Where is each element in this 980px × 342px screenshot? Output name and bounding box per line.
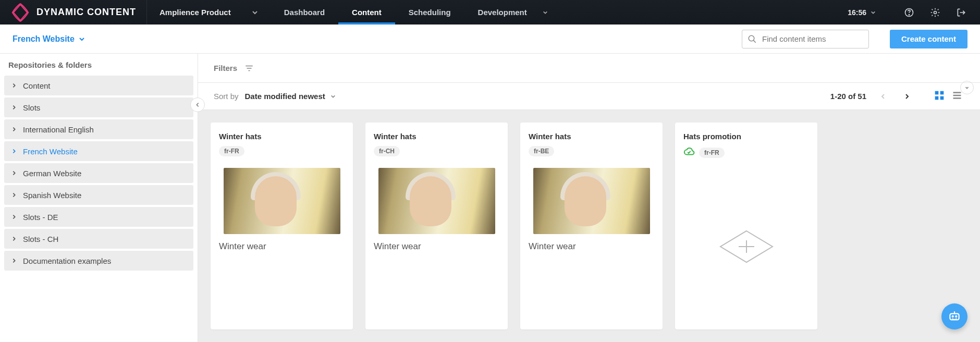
search-input[interactable] [761, 34, 855, 44]
svg-rect-9 [953, 94, 961, 96]
chevron-down-icon [871, 10, 876, 15]
svg-rect-8 [953, 92, 961, 93]
card-thumbnail [224, 168, 340, 234]
content-card[interactable]: Winter hatsfr-BEWinter wear [520, 123, 663, 329]
nav-item-dashboard[interactable]: Dashboard [271, 0, 338, 25]
card-locale-row: fr-BE [529, 146, 654, 156]
filters-button[interactable]: Filters [214, 64, 254, 73]
sidebar-item-label: Documentation examples [23, 256, 111, 265]
hub-selector[interactable]: Amplience Product [147, 8, 271, 17]
sidebar-item-german-website[interactable]: German Website [4, 163, 193, 183]
sort-value: Date modified newest [245, 92, 325, 101]
svg-point-2 [934, 11, 937, 14]
svg-rect-7 [940, 96, 944, 100]
svg-rect-5 [940, 91, 944, 94]
filters-label: Filters [214, 64, 237, 72]
chevron-down-icon [252, 9, 258, 16]
chevron-right-icon [11, 236, 17, 241]
chevron-right-icon [11, 127, 17, 132]
nav-item-development[interactable]: Development [464, 0, 574, 25]
sort-by-label: Sort by [214, 92, 239, 101]
card-title: Winter hats [529, 132, 654, 141]
pager-prev-button[interactable] [876, 89, 890, 104]
sidebar-item-spanish-website[interactable]: Spanish Website [4, 185, 193, 205]
svg-point-12 [952, 316, 953, 317]
card-description: Winter wear [219, 241, 345, 252]
create-content-button[interactable]: Create content [890, 30, 967, 48]
nav-item-label: Dashboard [284, 8, 325, 17]
svg-point-13 [956, 316, 957, 317]
cloud-check-icon [683, 146, 695, 160]
chevron-down-icon [543, 10, 548, 15]
content-card[interactable]: Winter hatsfr-CHWinter wear [365, 123, 508, 329]
sidebar-heading: Repositories & folders [0, 54, 198, 76]
sidebar-item-french-website[interactable]: French Website [4, 141, 193, 161]
card-thumbnail [533, 168, 650, 234]
view-toggle [934, 90, 964, 103]
locale-badge: fr-BE [529, 146, 554, 156]
search-icon [748, 34, 757, 44]
locale-badge: fr-FR [219, 146, 244, 156]
pager: 1-20 of 51 [830, 89, 964, 104]
card-title: Winter hats [374, 132, 499, 141]
brand-text: DYNAMIC CONTENT [36, 7, 136, 18]
chevron-right-icon [11, 214, 17, 219]
nav-item-label: Development [478, 8, 527, 17]
sidebar-item-label: Slots - DE [23, 213, 58, 222]
exit-icon[interactable] [953, 4, 970, 21]
sidebar-item-slots-de[interactable]: Slots - DE [4, 207, 193, 227]
content-card[interactable]: Winter hatsfr-FRWinter wear [211, 123, 353, 329]
sort-selector[interactable]: Date modified newest [245, 92, 336, 101]
nav-item-content[interactable]: Content [338, 0, 395, 25]
chevron-right-icon [11, 149, 17, 154]
repo-selector[interactable]: French Website [13, 34, 85, 44]
svg-point-3 [749, 35, 754, 41]
topbar: DYNAMIC CONTENT Amplience Product Dashbo… [0, 0, 980, 25]
grid-view-button[interactable] [934, 90, 947, 103]
sort-bar: Sort by Date modified newest 1-20 of 51 [198, 83, 980, 110]
main-nav: DashboardContentSchedulingDevelopment [271, 0, 574, 25]
chevron-right-icon [11, 170, 17, 176]
chatbot-button[interactable] [941, 303, 967, 329]
gear-icon[interactable] [927, 4, 944, 21]
chevron-down-icon [79, 36, 85, 42]
topbar-right: 16:56 [848, 4, 980, 21]
card-grid: Winter hatsfr-FRWinter wearWinter hatsfr… [198, 110, 980, 342]
chatbot-icon [948, 310, 961, 323]
expand-panel-button[interactable] [960, 81, 974, 94]
collapse-sidebar-button[interactable] [190, 97, 205, 112]
pager-next-button[interactable] [900, 89, 914, 104]
svg-rect-11 [950, 314, 959, 320]
nav-item-scheduling[interactable]: Scheduling [395, 0, 464, 25]
card-description: Winter wear [374, 241, 499, 252]
sidebar-item-slots[interactable]: Slots [4, 97, 193, 117]
main: Repositories & folders ContentSlotsInter… [0, 54, 980, 342]
card-locale-row: fr-FR [219, 146, 345, 156]
sidebar-item-label: Spanish Website [23, 191, 81, 200]
sidebar-list: ContentSlotsInternational EnglishFrench … [0, 76, 198, 271]
help-icon[interactable] [901, 4, 917, 21]
placeholder-icon [715, 226, 778, 267]
card-title: Hats promotion [683, 132, 809, 141]
locale-badge: fr-FR [699, 148, 725, 158]
hub-label: Amplience Product [160, 8, 231, 17]
search-input-wrap[interactable] [742, 30, 869, 48]
filters-bar: Filters [198, 54, 980, 83]
brand-logo-icon [10, 3, 30, 22]
chevron-right-icon [11, 105, 17, 110]
content-card[interactable]: Hats promotionfr-FR [675, 123, 817, 329]
sidebar-item-label: German Website [23, 169, 81, 178]
filter-icon [244, 64, 254, 73]
sidebar-item-international-english[interactable]: International English [4, 119, 193, 139]
card-locale-row: fr-CH [374, 146, 499, 156]
sidebar-item-label: International English [23, 125, 94, 134]
chevron-right-icon [11, 83, 17, 88]
nav-item-label: Content [352, 8, 382, 17]
locale-badge: fr-CH [374, 146, 400, 156]
content-area: Filters Sort by Date modified newest 1-2… [198, 54, 980, 342]
sidebar-item-documentation-examples[interactable]: Documentation examples [4, 251, 193, 271]
clock[interactable]: 16:56 [848, 8, 876, 17]
sidebar-item-slots-ch[interactable]: Slots - CH [4, 229, 193, 249]
sidebar-item-content[interactable]: Content [4, 76, 193, 95]
repo-selector-label: French Website [13, 34, 75, 44]
